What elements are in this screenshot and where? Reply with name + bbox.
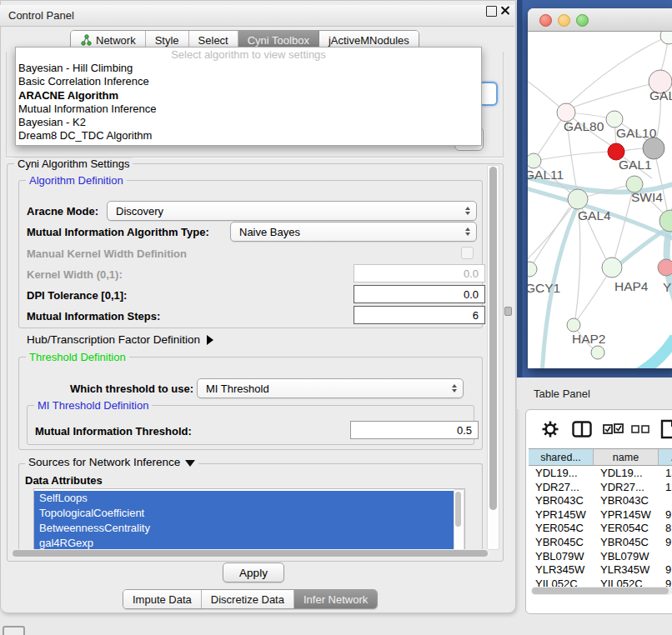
table-cell[interactable]: YPR145W <box>594 508 659 522</box>
split-divider-grip[interactable] <box>504 307 512 316</box>
table-cell[interactable] <box>659 550 672 564</box>
network-node[interactable] <box>658 259 672 276</box>
new-table-icon[interactable] <box>659 418 672 440</box>
unchecked-columns-icon[interactable] <box>631 425 651 433</box>
mi-threshold-field[interactable]: 0.5 <box>350 421 479 439</box>
node-label: GAL4 <box>578 208 611 222</box>
attribute-item[interactable]: TopologicalCoefficient <box>34 506 454 521</box>
tab-infer-network[interactable]: Infer Network <box>294 590 377 608</box>
table-cell[interactable]: YPR145W <box>529 508 594 522</box>
scrollbar-thumb[interactable] <box>532 588 669 594</box>
maximize-traffic-light-icon[interactable] <box>576 14 589 27</box>
attribute-item[interactable]: SelfLoops <box>34 491 454 506</box>
table-cell[interactable]: YBR045C <box>529 536 594 550</box>
algorithm-option[interactable]: ARACNE Algorithm <box>16 89 481 102</box>
tab-discretize-data[interactable]: Discretize Data <box>202 590 294 608</box>
column-header-name[interactable]: name <box>594 448 659 466</box>
table-row[interactable]: YDR27...YDR27...12 <box>529 481 672 495</box>
network-node[interactable] <box>602 258 622 278</box>
table-cell[interactable]: 9. <box>659 578 672 587</box>
network-node[interactable] <box>528 262 537 277</box>
algorithm-option[interactable]: Bayesian - Hill Climbing <box>16 62 481 75</box>
table-cell[interactable]: YIL052C <box>594 578 659 587</box>
settings-horizontal-scrollbar[interactable] <box>12 549 490 558</box>
table-cell[interactable]: YLR345W <box>529 563 594 578</box>
table-cell[interactable]: YIL052C <box>529 578 594 587</box>
aracne-mode-combobox[interactable]: Discovery <box>107 201 477 221</box>
table-cell[interactable]: YDR27... <box>594 481 659 495</box>
table-cell[interactable]: YER054C <box>529 522 594 536</box>
algorithm-option[interactable]: Bayesian - K2 <box>16 116 481 129</box>
table-cell[interactable]: YDL19... <box>529 467 594 481</box>
kernel-width-label: Kernel Width (0,1): <box>27 268 123 281</box>
aracne-mode-label: Aracne Mode: <box>27 205 98 218</box>
mi-type-value: Naive Bayes <box>239 226 300 238</box>
table-cell[interactable] <box>659 494 672 508</box>
attributes-scrollbar[interactable] <box>454 489 464 550</box>
network-node[interactable] <box>568 189 588 209</box>
table-row[interactable]: YIL052CYIL052C9. <box>529 578 672 587</box>
column-header-shared[interactable]: shared... <box>529 448 594 466</box>
table-row[interactable]: YDL19...YDL19...13 <box>529 467 672 481</box>
table-cell[interactable]: 9. <box>659 563 672 578</box>
sources-toggle[interactable]: Sources for Network Inference <box>25 456 198 468</box>
network-node[interactable] <box>528 153 541 168</box>
network-edge <box>630 338 672 368</box>
table-row[interactable]: YBR045CYBR045C9. <box>529 536 672 550</box>
mi-type-combobox[interactable]: Naive Bayes <box>230 222 477 242</box>
table-cell[interactable]: YBR045C <box>594 536 659 550</box>
minimize-traffic-light-icon[interactable] <box>558 14 570 27</box>
table-cell[interactable]: 12 <box>659 481 672 495</box>
network-node[interactable] <box>660 32 672 44</box>
table-cell[interactable]: YBL079W <box>529 550 594 564</box>
scrollbar-thumb[interactable] <box>489 167 497 510</box>
hub-definition-toggle[interactable]: Hub/Transcription Factor Definition <box>27 333 213 346</box>
tab-impute-data[interactable]: Impute Data <box>123 590 202 608</box>
close-traffic-light-icon[interactable] <box>539 14 552 27</box>
checked-columns-icon[interactable] <box>603 423 624 434</box>
attribute-item[interactable]: BetweennessCentrality <box>34 521 454 536</box>
gear-icon[interactable] <box>541 420 559 438</box>
table-row[interactable]: YLR345WYLR345W9. <box>529 563 672 578</box>
table-cell[interactable]: YDR27... <box>529 481 594 495</box>
network-node[interactable] <box>591 346 604 359</box>
table-cell[interactable]: 8. <box>659 522 672 536</box>
close-icon[interactable] <box>501 6 510 15</box>
table-cell[interactable]: 9. <box>659 508 672 522</box>
apply-button[interactable]: Apply <box>223 562 284 582</box>
algorithm-option[interactable]: Dream8 DC_TDC Algorithm <box>16 129 481 142</box>
column-header-extra[interactable]: A <box>659 448 672 466</box>
algorithm-option[interactable]: Mutual Information Inference <box>16 102 481 116</box>
threshold-definition-title: Threshold Definition <box>26 351 129 363</box>
table-row[interactable]: YBR043CYBR043C <box>529 494 672 508</box>
network-canvas[interactable]: GALGAL80GAL10GAL1GAL11GAL4SWI4GCY1HAP4YH… <box>528 32 672 368</box>
table-horizontal-scrollbar[interactable] <box>531 587 672 595</box>
float-window-icon[interactable] <box>486 6 497 17</box>
network-node[interactable] <box>659 210 672 232</box>
table-cell[interactable]: 9. <box>659 536 672 550</box>
table-cell[interactable]: YLR345W <box>594 563 659 578</box>
scrollbar-thumb[interactable] <box>455 492 461 527</box>
network-node[interactable] <box>606 111 623 128</box>
table-cell[interactable]: YBL079W <box>594 550 659 564</box>
table-row[interactable]: YER054CYER054C8. <box>529 522 672 536</box>
split-columns-icon[interactable] <box>572 421 592 438</box>
table-cell[interactable]: YBR043C <box>594 494 659 508</box>
table-row[interactable]: YBL079WYBL079W <box>529 550 672 564</box>
network-node[interactable] <box>643 138 664 159</box>
settings-vertical-scrollbar[interactable] <box>487 165 499 550</box>
attribute-item[interactable]: gal4RGexp <box>34 536 454 550</box>
table-cell[interactable]: YER054C <box>594 522 659 536</box>
aracne-mode-value: Discovery <box>116 205 163 218</box>
scrollbar-thumb[interactable] <box>13 550 488 557</box>
table-cell[interactable]: YDL19... <box>594 467 659 481</box>
mi-steps-field[interactable]: 6 <box>354 306 485 324</box>
network-node[interactable] <box>567 318 580 332</box>
table-row[interactable]: YPR145WYPR145W9. <box>529 508 672 522</box>
dpi-tolerance-field[interactable]: 0.0 <box>354 285 485 303</box>
minimized-panel-icon[interactable] <box>3 626 25 635</box>
table-cell[interactable]: 13 <box>659 467 672 481</box>
table-cell[interactable]: YBR043C <box>529 494 594 508</box>
which-threshold-combobox[interactable]: MI Threshold <box>197 378 464 398</box>
algorithm-option[interactable]: Basic Correlation Inference <box>16 75 481 88</box>
